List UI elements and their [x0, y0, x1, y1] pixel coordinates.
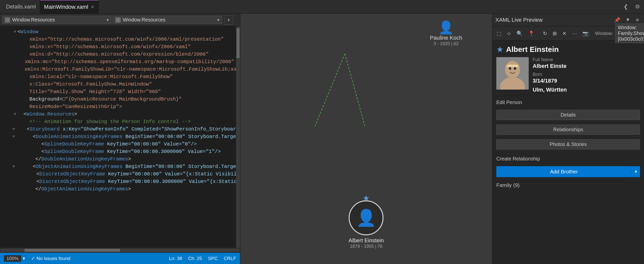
code-line: Title="Family.Show" Height="728" Width="…: [0, 88, 236, 96]
more-button[interactable]: ⋯: [570, 29, 579, 38]
person-header: ★ Albert Einstein: [496, 45, 640, 54]
code-line: ▼ <Storyboard x:Key="ShowPersonInfo" Com…: [0, 125, 236, 133]
issues-status: ✓ No issues found: [31, 255, 70, 261]
person-details: Full Name Albert Einste Born 3/14/1879 U…: [533, 57, 640, 96]
pauline-dates: 3 - 1920 | 62: [434, 41, 459, 46]
pauline-name: Pauline Koch: [430, 35, 462, 41]
status-bar: 100% ▾ ✓ No issues found Ln: 38 Ch: 25 S…: [0, 253, 240, 264]
relationships-button[interactable]: Relationships: [496, 124, 640, 135]
tab-details-label: Details.xaml: [6, 4, 36, 10]
code-line: xmlns="http://schemas.microsoft.com/winf…: [0, 36, 236, 43]
einstein-star-icon: ★: [362, 193, 370, 203]
close-button[interactable]: ✕: [560, 29, 569, 38]
code-line: ▼ <Window.Resources>: [0, 110, 236, 118]
ch-value: Ch: 25: [188, 256, 202, 261]
close-icon[interactable]: ✕: [91, 4, 94, 10]
svg-point-6: [514, 67, 516, 70]
check-icon: ✓: [31, 255, 35, 261]
preview-canvas: 👤 Pauline Koch 3 - 1920 | 62 ★ 👤 Albert …: [240, 14, 492, 264]
pin-button[interactable]: 📌: [612, 17, 622, 24]
einstein-dates: 1879 - 1955 | 76: [350, 244, 382, 249]
svg-line-0: [315, 54, 345, 126]
add-brother-row: Add Brother ▾: [496, 166, 640, 177]
cursor-tool-button[interactable]: ⬚: [494, 29, 504, 38]
code-line: xmlns:local="clr-namespace:Microsoft.Fam…: [0, 73, 236, 81]
full-name-value: Albert Einste: [533, 63, 640, 69]
code-line: x:Class="Microsoft.FamilyShow.MainWindow…: [0, 81, 236, 88]
add-section-button[interactable]: +: [224, 16, 233, 25]
tab-mainwindow-label: MainWindow.xaml: [44, 4, 88, 10]
edit-person-label: Edit Person: [496, 99, 640, 105]
family-label: Family (9): [496, 182, 640, 188]
born-date: 3/14/1879: [533, 78, 640, 84]
dropdown-bar: □ Window.Resources ▾ □ Window.Resources …: [0, 14, 240, 26]
bottom-scrollbar[interactable]: [0, 248, 240, 253]
issues-message: No issues found: [36, 256, 70, 261]
svg-rect-7: [507, 65, 518, 67]
pin-tool-button[interactable]: 📍: [526, 29, 537, 38]
zoom-status[interactable]: 100% ▾: [4, 255, 25, 262]
pauline-koch-node[interactable]: 👤 Pauline Koch 3 - 1920 | 62: [430, 21, 462, 46]
code-line: <DiscreteObjectKeyFrame KeyTime="00:00:0…: [0, 178, 236, 185]
code-line: xmlns:mc="http://schemas.openxmlformats.…: [0, 58, 236, 66]
ch-status: Ch: 25: [188, 256, 202, 261]
dropdown-right-label: Window.Resources: [123, 17, 165, 23]
window-dropdown[interactable]: Window: Family.Show [0x003c0c0 ▾: [615, 24, 644, 43]
details-button[interactable]: Details: [496, 110, 640, 120]
zoom-dropdown-icon: ▾: [23, 255, 25, 261]
tab-mainwindow[interactable]: MainWindow.xaml ✕: [40, 0, 98, 14]
tab-prev-button[interactable]: ❮: [622, 3, 630, 11]
dropdown-right-icon: □: [115, 17, 121, 23]
code-scroll[interactable]: ▼ <Window xmlns="http://schemas.microsof…: [0, 26, 236, 248]
main-content: □ Window.Resources ▾ □ Window.Resources …: [0, 14, 644, 264]
encoding-value: SPC: [208, 256, 218, 261]
einstein-person-icon: 👤: [356, 208, 376, 227]
layout-button[interactable]: ⊞: [550, 29, 559, 38]
person-info-row: Full Name Albert Einste Born 3/14/1879 U…: [496, 57, 640, 96]
code-line: <!-- Animation for showing the Person In…: [0, 118, 236, 125]
camera-button[interactable]: 📷: [580, 29, 591, 38]
vertical-scrollbar[interactable]: [236, 26, 240, 248]
person-star-icon: ★: [496, 45, 504, 54]
toolbar-row: ⬚ ⊹ 🔍 📍 ↻ ⊞ ✕ ⋯ 📷 Window: Window: Family…: [492, 26, 644, 41]
dropdown-right[interactable]: □ Window.Resources ▾: [112, 16, 222, 24]
window-value: Window: Family.Show [0x003c0c0: [618, 25, 644, 42]
zoom-level: 100%: [4, 255, 21, 262]
code-line: ▼ <ObjectAnimationUsingKeyFrames BeginTi…: [0, 163, 236, 170]
photos-stories-button[interactable]: Photos & Stories: [496, 139, 640, 150]
preview-panel: 👤 Pauline Koch 3 - 1920 | 62 ★ 👤 Albert …: [240, 14, 492, 264]
einstein-photo-svg: [496, 57, 529, 90]
add-brother-button[interactable]: Add Brother: [496, 166, 632, 177]
einstein-node[interactable]: ★ 👤 Albert Einstein 1879 - 1955 | 76: [349, 200, 384, 249]
dropdown-left-icon: □: [5, 17, 10, 23]
close-panel-button[interactable]: ✕: [634, 17, 641, 24]
code-line: ▼ <Window: [0, 28, 236, 36]
select-tool-button[interactable]: ⊹: [504, 29, 513, 38]
code-line: xmlns:Microsoft.FamilyShowLib="clr-names…: [0, 66, 236, 73]
chevron-down-icon-2: ▾: [217, 17, 220, 23]
full-name-label: Full Name: [533, 57, 640, 62]
add-brother-dropdown-button[interactable]: ▾: [632, 166, 640, 177]
einstein-name: Albert Einstein: [349, 237, 384, 244]
ln-value: Ln: 38: [169, 256, 182, 261]
born-label: Born: [533, 72, 640, 77]
panel-menu-button[interactable]: ▼: [624, 17, 632, 23]
code-line: ▼ <DoubleAnimationUsingKeyFrames BeginTi…: [0, 133, 236, 141]
panel-title: XAML Live Preview: [495, 17, 543, 23]
svg-point-5: [509, 67, 511, 70]
chevron-down-icon: ▾: [106, 17, 109, 23]
code-line: </DoubleAnimationUsingKeyFrames>: [0, 156, 236, 163]
zoom-tool-button[interactable]: 🔍: [514, 29, 525, 38]
tab-details[interactable]: Details.xaml: [2, 0, 40, 14]
create-relationship-label: Create Relationship: [496, 156, 640, 162]
tab-actions: ❮ ⚙: [622, 3, 642, 11]
dropdown-left[interactable]: □ Window.Resources ▾: [2, 16, 112, 24]
ln-status: Ln: 38: [169, 256, 182, 261]
tab-settings-button[interactable]: ⚙: [633, 3, 642, 11]
tab-bar: Details.xaml MainWindow.xaml ✕ ❮ ⚙: [0, 0, 644, 14]
refresh-button[interactable]: ↻: [541, 29, 549, 38]
encoding-status: SPC: [208, 256, 218, 261]
window-label: Window:: [595, 31, 613, 36]
code-line: <SplineDoubleKeyFrame KeyTime="00:00:00.…: [0, 148, 236, 156]
right-panel: XAML Live Preview 📌 ▼ ✕ ⬚ ⊹ 🔍 📍 ↻ ⊞ ✕ ⋯ …: [492, 14, 644, 264]
